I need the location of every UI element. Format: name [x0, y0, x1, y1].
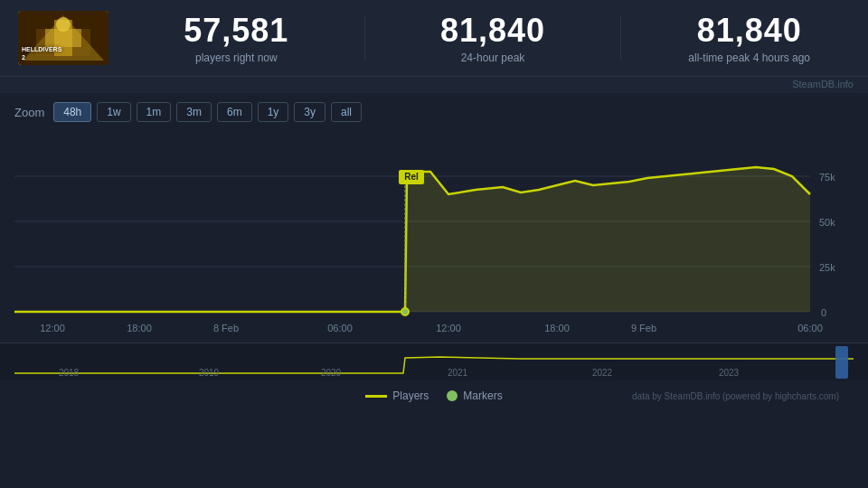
markers-dot-icon: [447, 390, 458, 401]
svg-point-5: [56, 17, 71, 32]
game-name-overlay: HELLDIVERS2: [22, 46, 61, 61]
zoom-1w[interactable]: 1w: [97, 102, 130, 122]
svg-point-27: [401, 308, 409, 315]
svg-text:06:00: 06:00: [327, 323, 353, 333]
svg-text:12:00: 12:00: [40, 323, 65, 333]
chart-legend: Players Markers: [365, 386, 502, 404]
legend-markers: Markers: [447, 389, 502, 402]
divider-1: [364, 15, 365, 61]
alltime-number: 81,840: [648, 12, 850, 50]
svg-text:Rel: Rel: [404, 172, 419, 182]
svg-text:50k: 50k: [819, 217, 835, 228]
stat-current-players: 57,581 players right now: [136, 12, 337, 64]
chart-container: Zoom 48h 1w 1m 3m 6m 1y 3y all 75k 50k 2…: [0, 93, 868, 408]
svg-text:06:00: 06:00: [797, 323, 823, 333]
bottom-bar: Players Markers data by SteamDB.info (po…: [0, 380, 868, 408]
zoom-3y[interactable]: 3y: [294, 102, 326, 122]
players-line-icon: [365, 395, 387, 398]
svg-text:8 Feb: 8 Feb: [213, 323, 239, 333]
svg-text:2020: 2020: [321, 368, 342, 378]
divider-2: [620, 15, 621, 61]
stat-alltime-peak: 81,840 all-time peak 4 hours ago: [648, 12, 850, 64]
attribution-text: data by SteamDB.info (powered by highcha…: [618, 391, 854, 405]
stat-24h-peak: 81,840 24-hour peak: [392, 12, 594, 64]
svg-text:25k: 25k: [819, 262, 835, 273]
zoom-48h[interactable]: 48h: [53, 102, 91, 122]
current-players-label: players right now: [136, 52, 337, 64]
attribution-wrapper: data by SteamDB.info (powered by highcha…: [503, 387, 854, 403]
steamdb-watermark: SteamDB.info: [0, 77, 868, 93]
zoom-1y[interactable]: 1y: [258, 102, 289, 122]
svg-text:12:00: 12:00: [436, 323, 461, 333]
peak24h-number: 81,840: [392, 12, 594, 50]
header: HELLDIVERS2 57,581 players right now 81,…: [0, 0, 868, 77]
svg-text:0: 0: [821, 307, 826, 318]
svg-rect-35: [835, 346, 848, 379]
zoom-3m[interactable]: 3m: [176, 102, 212, 122]
mini-timeline-svg: 2018 2019 2020 2021 2022 2023: [14, 344, 854, 380]
zoom-controls: Zoom 48h 1w 1m 3m 6m 1y 3y all: [0, 93, 868, 131]
current-players-number: 57,581: [136, 12, 337, 50]
main-chart-svg: 75k 50k 25k 0 12:00 18:00 8 Feb 06:00 12…: [14, 131, 854, 339]
zoom-label: Zoom: [14, 106, 44, 119]
svg-text:2018: 2018: [59, 368, 80, 378]
svg-text:2022: 2022: [592, 368, 613, 378]
mini-timeline[interactable]: 2018 2019 2020 2021 2022 2023: [0, 343, 868, 380]
main-chart-area: 75k 50k 25k 0 12:00 18:00 8 Feb 06:00 12…: [0, 131, 868, 343]
svg-text:75k: 75k: [819, 172, 835, 183]
zoom-1m[interactable]: 1m: [137, 102, 172, 122]
zoom-all[interactable]: all: [331, 102, 362, 122]
zoom-6m[interactable]: 6m: [217, 102, 252, 122]
peak24h-label: 24-hour peak: [392, 52, 594, 64]
legend-players: Players: [365, 389, 429, 402]
players-label: Players: [392, 389, 429, 402]
alltime-label: all-time peak 4 hours ago: [648, 52, 850, 64]
markers-label: Markers: [463, 389, 502, 402]
game-thumbnail: HELLDIVERS2: [18, 11, 108, 65]
svg-text:2023: 2023: [719, 368, 740, 378]
svg-text:2021: 2021: [448, 368, 468, 378]
svg-text:18:00: 18:00: [544, 323, 570, 333]
svg-text:2019: 2019: [199, 368, 220, 378]
svg-text:9 Feb: 9 Feb: [631, 323, 656, 333]
svg-text:18:00: 18:00: [127, 323, 152, 333]
